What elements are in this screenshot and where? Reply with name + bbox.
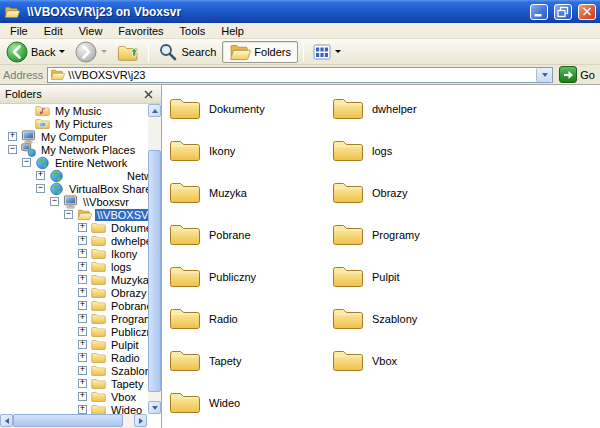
back-icon bbox=[6, 41, 28, 63]
expander-icon[interactable]: + bbox=[78, 340, 87, 349]
restore-button[interactable] bbox=[554, 4, 572, 20]
expander-icon[interactable]: − bbox=[8, 145, 17, 154]
go-button[interactable] bbox=[559, 66, 577, 83]
expander-icon[interactable]: + bbox=[78, 353, 87, 362]
window-title: \\VBOXSVR\j23 on Vboxsvr bbox=[27, 5, 524, 19]
expander-icon[interactable]: + bbox=[78, 405, 87, 414]
tree-item[interactable]: + Dokumenty bbox=[0, 221, 148, 234]
tree-horizontal-scrollbar[interactable] bbox=[0, 414, 147, 428]
folder-tile[interactable]: Vbox bbox=[332, 344, 600, 378]
expander-icon[interactable]: − bbox=[22, 158, 31, 167]
expander-icon[interactable]: + bbox=[78, 327, 87, 336]
folder-icon bbox=[90, 312, 106, 325]
expander-icon[interactable]: + bbox=[78, 379, 87, 388]
menu-item-edit[interactable]: Edit bbox=[36, 24, 71, 38]
folder-tile[interactable]: Obrazy bbox=[332, 176, 600, 210]
expander-icon[interactable]: + bbox=[36, 171, 45, 180]
expander-icon[interactable]: + bbox=[78, 392, 87, 401]
tree-item[interactable]: + Netw bbox=[0, 169, 148, 182]
menu-item-favorites[interactable]: Favorites bbox=[110, 24, 171, 38]
folder-tile[interactable]: dwhelper bbox=[332, 92, 600, 126]
forward-button[interactable] bbox=[71, 39, 111, 65]
expander-icon[interactable]: − bbox=[36, 184, 45, 193]
folders-button[interactable]: Folders bbox=[222, 41, 298, 63]
panel-close-button[interactable] bbox=[141, 87, 156, 101]
tree-item[interactable]: + Tapety bbox=[0, 377, 148, 390]
expander-icon[interactable]: + bbox=[78, 249, 87, 258]
tree-item[interactable]: + Programy bbox=[0, 312, 148, 325]
folder-tile[interactable]: Programy bbox=[332, 218, 600, 252]
expander-icon[interactable]: + bbox=[78, 236, 87, 245]
tree-item[interactable]: + Muzyka bbox=[0, 273, 148, 286]
tree-vertical-scrollbar[interactable] bbox=[148, 104, 161, 414]
menu-item-view[interactable]: View bbox=[71, 24, 111, 38]
folder-tile[interactable]: Pobrane bbox=[169, 218, 332, 252]
folder-tile[interactable]: Wideo bbox=[169, 386, 332, 420]
address-input[interactable]: \\VBOXSVR\j23 bbox=[68, 69, 533, 81]
expander-icon[interactable]: + bbox=[78, 275, 87, 284]
menu-item-file[interactable]: File bbox=[2, 24, 36, 38]
tree-item[interactable]: + My Computer bbox=[0, 130, 148, 143]
expander-icon[interactable]: + bbox=[78, 262, 87, 271]
expander-icon[interactable]: + bbox=[8, 132, 17, 141]
tree-item[interactable]: + Obrazy bbox=[0, 286, 148, 299]
close-button[interactable] bbox=[578, 4, 596, 20]
folder-tile[interactable]: Publiczny bbox=[169, 260, 332, 294]
tree-item[interactable]: + Radio bbox=[0, 351, 148, 364]
folder-tile[interactable]: Pulpit bbox=[332, 260, 600, 294]
arrow-left-icon bbox=[5, 418, 9, 424]
scroll-left-button[interactable] bbox=[0, 414, 13, 427]
expander-icon[interactable]: + bbox=[78, 288, 87, 297]
tree-item[interactable]: − My Network Places bbox=[0, 143, 148, 156]
folder-tile[interactable]: logs bbox=[332, 134, 600, 168]
expander-icon[interactable]: + bbox=[78, 301, 87, 310]
tree-item[interactable]: − VirtualBox Shared Folder bbox=[0, 182, 148, 195]
tree-item[interactable]: + Vbox bbox=[0, 390, 148, 403]
tree-item[interactable]: + logs bbox=[0, 260, 148, 273]
folders-panel-header: Folders bbox=[0, 85, 161, 104]
folder-tile[interactable]: Ikony bbox=[169, 134, 332, 168]
tree-item[interactable]: + Wideo bbox=[0, 403, 148, 414]
expander-icon[interactable]: + bbox=[78, 223, 87, 232]
folder-tile[interactable]: Tapety bbox=[169, 344, 332, 378]
folder-icon bbox=[169, 137, 201, 165]
search-button[interactable]: Search bbox=[154, 40, 220, 64]
folder-tile[interactable]: Radio bbox=[169, 302, 332, 336]
expander-icon[interactable]: + bbox=[78, 366, 87, 375]
folder-icon bbox=[90, 273, 106, 286]
back-dropdown-icon[interactable] bbox=[59, 50, 65, 53]
tree-item[interactable]: + Ikony bbox=[0, 247, 148, 260]
tree-item[interactable]: + dwhelper bbox=[0, 234, 148, 247]
tree-item[interactable]: + Pulpit bbox=[0, 338, 148, 351]
menu-item-help[interactable]: Help bbox=[213, 24, 252, 38]
expander-icon[interactable]: − bbox=[64, 210, 73, 219]
tree-item[interactable]: My Pictures bbox=[0, 117, 148, 130]
expander-icon[interactable]: + bbox=[78, 314, 87, 323]
tree-item[interactable]: + Pobrane bbox=[0, 299, 148, 312]
views-dropdown-icon[interactable] bbox=[335, 50, 341, 53]
folder-icon bbox=[332, 263, 364, 291]
scroll-up-button[interactable] bbox=[148, 104, 161, 117]
scroll-right-button[interactable] bbox=[134, 414, 147, 427]
tree-item[interactable]: − \\Vboxsvr bbox=[0, 195, 148, 208]
folder-tile[interactable]: Dokumenty bbox=[169, 92, 332, 126]
address-combo[interactable]: \\VBOXSVR\j23 bbox=[47, 67, 553, 83]
minimize-button[interactable] bbox=[530, 4, 548, 20]
tree-item[interactable]: My Music bbox=[0, 104, 148, 117]
tree-item[interactable]: − \\VBOXSVR\j23 bbox=[0, 208, 148, 221]
expander-icon[interactable]: − bbox=[50, 197, 59, 206]
folder-tile[interactable]: Muzyka bbox=[169, 176, 332, 210]
vertical-scroll-thumb[interactable] bbox=[148, 150, 161, 392]
window-folder-icon bbox=[4, 5, 20, 19]
scroll-down-button[interactable] bbox=[148, 401, 161, 414]
menu-item-tools[interactable]: Tools bbox=[172, 24, 214, 38]
address-dropdown-button[interactable] bbox=[536, 68, 552, 82]
views-button[interactable] bbox=[309, 42, 345, 62]
tree-item[interactable]: + Publiczny bbox=[0, 325, 148, 338]
horizontal-scroll-thumb[interactable] bbox=[13, 414, 123, 427]
folder-tile[interactable]: Szablony bbox=[332, 302, 600, 336]
tree-item[interactable]: − Entire Network bbox=[0, 156, 148, 169]
tree-item[interactable]: + Szablony bbox=[0, 364, 148, 377]
back-button[interactable]: Back bbox=[2, 39, 69, 65]
up-button[interactable] bbox=[113, 40, 143, 64]
